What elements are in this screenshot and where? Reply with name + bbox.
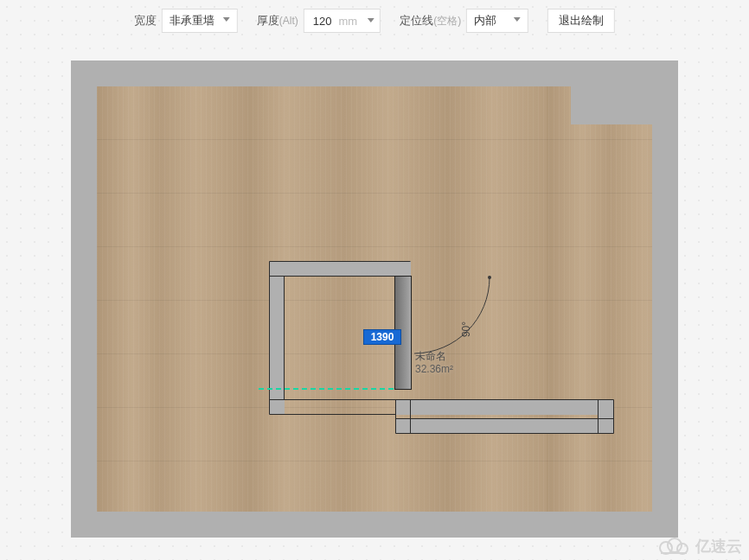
alignment-guide <box>259 388 411 390</box>
dimension-value: 1390 <box>371 331 394 343</box>
room-name: 未命名 <box>415 350 453 363</box>
baseline-label: 定位线(空格) <box>400 13 461 29</box>
inner-wall-step-h2[interactable] <box>395 418 613 434</box>
cloud-icon <box>656 536 690 557</box>
dimension-input[interactable]: 1390 <box>363 329 401 345</box>
floorplan-canvas[interactable]: 1390 90° 未命名 32.36m² <box>71 60 678 538</box>
drawing-toolbar: 宽度 非承重墙 厚度(Alt) 120 mm 定位线(空格) 内部 <box>134 9 615 33</box>
room-floor <box>97 86 652 512</box>
width-select[interactable]: 非承重墙 <box>162 9 238 33</box>
baseline-value: 内部 <box>474 13 496 29</box>
exit-drawing-button[interactable]: 退出绘制 <box>547 9 615 33</box>
caret-down-icon <box>514 17 521 22</box>
width-group: 宽度 非承重墙 <box>134 9 238 33</box>
baseline-select[interactable]: 内部 <box>466 9 528 33</box>
room-area: 32.36m² <box>415 363 453 376</box>
room-label: 未命名 32.36m² <box>415 350 453 376</box>
svg-point-1 <box>660 542 672 554</box>
inner-wall-left[interactable] <box>269 261 285 415</box>
thickness-input[interactable]: 120 mm <box>304 9 381 33</box>
thickness-label: 厚度(Alt) <box>257 13 298 29</box>
exit-drawing-label: 退出绘制 <box>559 13 604 29</box>
width-value: 非承重墙 <box>170 13 214 29</box>
inner-wall-step-h[interactable] <box>395 399 613 415</box>
caret-down-icon <box>368 18 374 23</box>
caret-down-icon <box>223 17 230 22</box>
inner-wall-top[interactable] <box>269 261 411 277</box>
thickness-group: 厚度(Alt) 120 mm <box>257 9 381 33</box>
watermark-logo: 亿速云 <box>656 536 742 557</box>
thickness-unit: mm <box>339 15 358 28</box>
thickness-value: 120 <box>313 15 332 28</box>
watermark-text: 亿速云 <box>695 536 742 557</box>
width-label: 宽度 <box>134 13 157 29</box>
baseline-group: 定位线(空格) 内部 <box>400 9 528 33</box>
